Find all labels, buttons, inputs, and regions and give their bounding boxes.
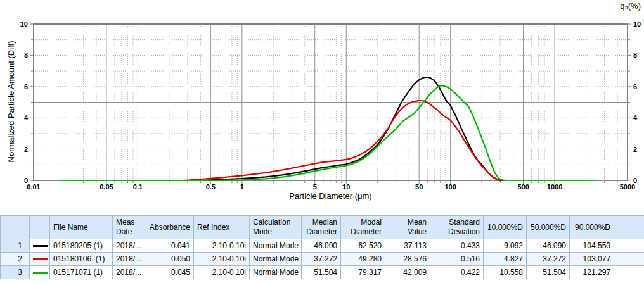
y-tick-label-right: 0	[633, 177, 637, 184]
column-header: 10.000%D	[484, 216, 527, 239]
x-tick-label: 100	[444, 183, 456, 191]
y-tick-label-right: 2	[633, 146, 637, 153]
x-tick-label: 1	[240, 183, 244, 191]
column-header: Calculation Mode	[250, 216, 302, 239]
column-header	[30, 216, 50, 239]
column-header: Meas Date	[113, 216, 146, 239]
y-tick-label-right: 4	[633, 114, 638, 122]
table-cell: 46.090	[527, 239, 570, 253]
table-cell: 2.10-0.10i	[194, 239, 250, 253]
x-tick-label: 1000	[547, 183, 562, 191]
x-tick-label: 0.5	[206, 183, 216, 191]
x-axis-title: Particle Diameter (μm)	[34, 191, 628, 201]
table-cell: Normal Mode	[250, 266, 302, 279]
column-header: File Name	[50, 216, 113, 239]
table-cell: 0.050	[146, 253, 194, 266]
table-cell: 51.504	[527, 266, 570, 279]
x-tick-label: 0.01	[27, 183, 40, 191]
results-table: File NameMeas DateAbsorbanceRef IndexCal…	[0, 215, 644, 279]
table-cell: 62.520	[341, 239, 385, 253]
empty-cell	[614, 253, 644, 266]
table-cell: 015180205 (1)	[50, 239, 113, 253]
table-cell: 0.045	[146, 266, 194, 279]
table-cell: 104.550	[570, 239, 614, 253]
table-cell: 49.280	[341, 253, 385, 266]
table-cell: 2018/...	[113, 266, 146, 279]
table-cell: 2.10-0.10i	[194, 253, 250, 266]
table-cell: 79.317	[341, 266, 385, 279]
y-tick-label-left: 10	[20, 20, 28, 28]
x-tick-label: 50	[415, 183, 423, 191]
empty-cell	[614, 239, 644, 253]
x-tick-label: 500	[517, 183, 529, 191]
table-cell: 121.297	[570, 266, 614, 279]
table-cell: 9.092	[484, 239, 527, 253]
column-header: 50.000%D	[527, 216, 570, 239]
row-number-cell: 2	[1, 253, 30, 266]
column-header: 90.000%D	[570, 216, 614, 239]
table-row[interactable]: 3015171071 (1)2018/...0.0452.10-0.10iNor…	[1, 266, 644, 279]
table-cell: 0.516	[430, 253, 484, 266]
table-cell: 37.272	[527, 253, 570, 266]
table-cell: 10.558	[484, 266, 527, 279]
y-tick-label-left: 6	[24, 83, 28, 91]
table-row[interactable]: 1015180205 (1)2018/...0.0412.10-0.10iNor…	[1, 239, 644, 253]
table-cell: 2018/...	[113, 253, 146, 266]
series-color-swatch	[33, 245, 48, 247]
table-cell: 0.041	[146, 239, 194, 253]
table-cell: 46.090	[302, 239, 341, 253]
column-header: Ref Index	[194, 216, 250, 239]
column-header: Absorbance	[146, 216, 194, 239]
empty-cell	[614, 266, 644, 279]
table-cell: 015171071 (1)	[50, 266, 113, 279]
table-cell: 42.009	[385, 266, 430, 279]
table-header-row: File NameMeas DateAbsorbanceRef IndexCal…	[1, 216, 644, 239]
table-cell: 28.576	[385, 253, 430, 266]
column-header	[614, 216, 644, 239]
column-header: Median Diameter	[302, 216, 341, 239]
table-cell: 0.433	[430, 239, 484, 253]
table-cell: 4.827	[484, 253, 527, 266]
y-tick-label-right: 6	[633, 83, 637, 91]
table-row[interactable]: 2015180106 (1)2018/...0.0502.10-0.10iNor…	[1, 253, 644, 266]
table-cell: Normal Mode	[250, 253, 302, 266]
y-tick-label-left: 0	[24, 177, 28, 184]
y-tick-label-right: 10	[633, 20, 641, 28]
x-tick-label: 5	[313, 183, 317, 191]
x-tick-label: 0.1	[133, 183, 143, 191]
table-cell: 0.422	[430, 266, 484, 279]
x-tick-label: 10	[342, 183, 350, 191]
series-color-swatch	[33, 272, 48, 274]
row-number-cell: 3	[1, 266, 30, 279]
table-cell: 37.272	[302, 253, 341, 266]
swatch-cell	[30, 266, 50, 279]
y-tick-label-right: 8	[633, 51, 637, 59]
column-header: Standard Deviation	[430, 216, 484, 239]
table-cell: 37.113	[385, 239, 430, 253]
table-cell: 015180106 (1)	[50, 253, 113, 266]
y-axis-title: Normalized Particle Amount (Diff)	[6, 7, 17, 197]
row-number-cell: 1	[1, 239, 30, 253]
y-tick-label-left: 8	[24, 51, 28, 59]
swatch-cell	[30, 239, 50, 253]
column-header	[1, 216, 30, 239]
right-axis-unit-label: q₃(%)	[620, 1, 641, 11]
y-tick-label-left: 2	[24, 146, 28, 153]
series-curve-2	[184, 101, 505, 180]
y-tick-label-left: 4	[24, 114, 29, 122]
table-cell: 2.10-0.10i	[194, 266, 250, 279]
table-cell: Normal Mode	[250, 239, 302, 253]
table-cell: 2018/...	[113, 239, 146, 253]
series-color-swatch	[33, 258, 48, 260]
distribution-chart: 0.010.050.10.515105010050010005000002244…	[0, 0, 644, 214]
column-header: Mean Value	[385, 216, 430, 239]
table-cell: 103.077	[570, 253, 614, 266]
column-header: Modal Diameter	[341, 216, 385, 239]
particle-size-analyzer-view: 0.010.050.10.515105010050010005000002244…	[0, 0, 644, 283]
swatch-cell	[30, 253, 50, 266]
table-cell: 51.504	[302, 266, 341, 279]
x-tick-label: 0.05	[100, 183, 113, 191]
